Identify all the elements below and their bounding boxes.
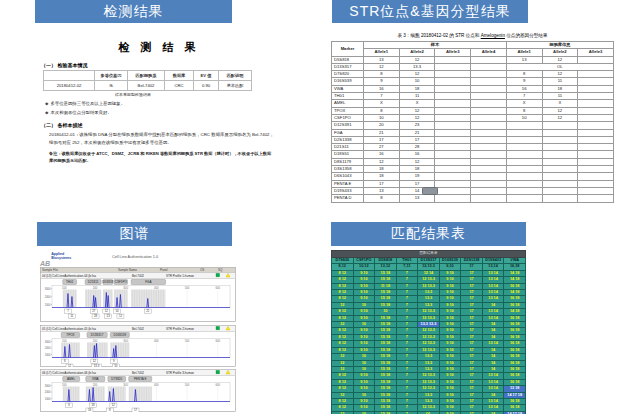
- sample-description-paragraph: 20180412-01：该株细胞 DNA 分型在细胞系数据库中找到基本匹配的细胞…: [49, 131, 275, 147]
- sample-allele: 28: [399, 144, 435, 151]
- bullet-text: 多等位基因指三等位及以上基因现象。: [50, 101, 125, 106]
- svg-text:TPOX: TPOX: [66, 333, 74, 337]
- svg-text:STR Profile 3-human: STR Profile 3-human: [166, 371, 194, 375]
- sample-allele: [471, 129, 507, 136]
- sample-allele: 13: [364, 56, 400, 63]
- match-row[interactable]: 8 129 1015 18712 13.39 101713 1416 18: [332, 373, 526, 379]
- svg-text:500: 500: [185, 383, 190, 387]
- db-allele: 16: [506, 85, 542, 92]
- match-row[interactable]: 8 129 1015 18713.39 101713 1416 18: [332, 296, 526, 302]
- match-row[interactable]: 8 129 1010712 13.39 101713 1414 18: [332, 309, 526, 315]
- sample-allele: [435, 107, 471, 114]
- svg-text:1000: 1000: [45, 397, 51, 401]
- match-row[interactable]: 8 129 1015 18712 13.39 101713 1416 18: [332, 341, 526, 347]
- marker-name: D5S818: [332, 56, 364, 63]
- svg-text:11: 11: [70, 314, 73, 318]
- marker-row: D6S10431819: [332, 173, 614, 180]
- svg-text:1000: 1000: [45, 353, 51, 357]
- svg-text:D7S820: D7S820: [111, 377, 122, 381]
- svg-text:OS: OS: [200, 268, 204, 272]
- marker-column-header: D13S317: [418, 258, 440, 264]
- allele-header: Allele3: [435, 49, 471, 56]
- sample-allele: 12: [399, 107, 435, 114]
- allele-header: Allele3: [578, 49, 614, 56]
- str-genotype-table: Marker样本细胞库信息Allele1Allele2Allele3Allele…: [331, 41, 614, 203]
- marker-name: FGA: [332, 129, 364, 136]
- sample-allele: [471, 100, 507, 107]
- group-header-database: 细胞库信息: [506, 42, 613, 49]
- svg-text:Bel-7402: Bel-7402: [132, 371, 144, 375]
- marker-name: VWA: [332, 85, 364, 92]
- svg-text:16: 16: [88, 408, 92, 412]
- match-row[interactable]: 8 129 1011 18712 13.39 101713 1416 18: [332, 283, 526, 289]
- marker-name: D18S51: [332, 151, 364, 158]
- allele-header: Allele1: [506, 49, 542, 56]
- svg-text:12: 12: [112, 403, 116, 407]
- match-row[interactable]: 8 129 1015 18712 13.39 101713 1416 18: [332, 379, 526, 385]
- db-allele: [578, 56, 614, 63]
- svg-text:200: 200: [93, 339, 98, 343]
- svg-text:12: 12: [68, 364, 72, 367]
- allele-header: Allele2: [542, 49, 578, 56]
- svg-text:SQ: SQ: [218, 268, 223, 272]
- match-row[interactable]: 8 129 1015 18712 13.39 101713 1414 18: [332, 277, 526, 283]
- sample-allele: [471, 114, 507, 121]
- column-header: 数据库: [165, 71, 194, 81]
- svg-text:13.3: 13.3: [94, 364, 100, 367]
- svg-text:D5S818: D5S818: [102, 280, 113, 284]
- marker-row: D16S539910911: [332, 78, 614, 85]
- match-row[interactable]: 8 129 1015 18712 149 101713 1414 18: [332, 270, 526, 276]
- sample-allele: [471, 180, 507, 187]
- sample-allele: 13.3: [399, 63, 435, 70]
- db-allele: [542, 187, 578, 194]
- db-allele: [506, 151, 542, 158]
- match-row[interactable]: 8 129 1015 18713.39 101713 1416 18: [332, 398, 526, 404]
- db-allele: [506, 166, 542, 173]
- match-row[interactable]: 8 129 1015 18712 13.39 101713 1413 18: [332, 386, 526, 392]
- match-row[interactable]: 8 129 1015 18713.39 101713 1414 18: [332, 290, 526, 296]
- marker-column-header: D16S539: [439, 258, 461, 264]
- db-allele: 10: [506, 114, 542, 121]
- sample-allele: [471, 107, 507, 114]
- column-header: 多等位基因: [95, 71, 128, 81]
- svg-text:100: 100: [62, 339, 67, 343]
- scroll-thumb[interactable]: [422, 187, 438, 195]
- marker-row: D8S11791212: [332, 158, 614, 165]
- marker-name: D13S317: [332, 63, 364, 70]
- db-allele: [578, 100, 614, 107]
- svg-text:D21S11: D21S11: [88, 280, 99, 284]
- section-bar-atlas: 图谱: [37, 222, 232, 246]
- marker-name: D2S1338: [332, 136, 364, 143]
- sample-allele: 12: [399, 114, 435, 121]
- marker-row: VWA16181618: [332, 85, 614, 92]
- sample-allele: [471, 63, 507, 70]
- svg-text:17: 17: [134, 408, 138, 412]
- match-row[interactable]: 8 129 1015 18712 13.39 101713 1416 18: [332, 315, 526, 321]
- cell: 0.90: [194, 81, 219, 91]
- db-allele: [578, 85, 614, 92]
- svg-text:3000: 3000: [45, 384, 51, 388]
- section-heading-1: （一） 检验基本情况: [41, 62, 283, 68]
- table-header-row: 多等位基因匹配细胞系数据库EV 值匹配说明: [44, 71, 252, 81]
- marker-column-header: D2S1338: [461, 258, 483, 264]
- sample-allele: [471, 187, 507, 194]
- svg-text:3000: 3000: [45, 287, 51, 291]
- svg-text:AMEL: AMEL: [67, 377, 76, 381]
- db-allele: [578, 144, 614, 151]
- marker-row: D19S4331314: [332, 187, 614, 194]
- svg-text:300: 300: [123, 383, 128, 387]
- marker-name: D21S11: [332, 144, 364, 151]
- match-row[interactable]: 8 129 1015 18712 13.39 101713 1416 18: [332, 405, 526, 411]
- db-allele: [578, 158, 614, 165]
- sample-allele: 8: [364, 107, 400, 114]
- test-result-document: 检 测 结 果 （一） 检验基本情况 多等位基因匹配细胞系数据库EV 值匹配说明…: [35, 28, 283, 216]
- svg-text:D16S539: D16S539: [114, 333, 127, 337]
- sample-allele: [435, 136, 471, 143]
- svg-text:12: 12: [93, 359, 97, 363]
- svg-text:500: 500: [185, 286, 190, 290]
- svg-text:300: 300: [123, 286, 128, 290]
- marker-name: D3S1358: [332, 166, 364, 173]
- svg-text:600: 600: [215, 383, 220, 387]
- bullet-text: 本次检测各位点分型结果良好。: [50, 110, 111, 115]
- sample-allele: [435, 56, 471, 63]
